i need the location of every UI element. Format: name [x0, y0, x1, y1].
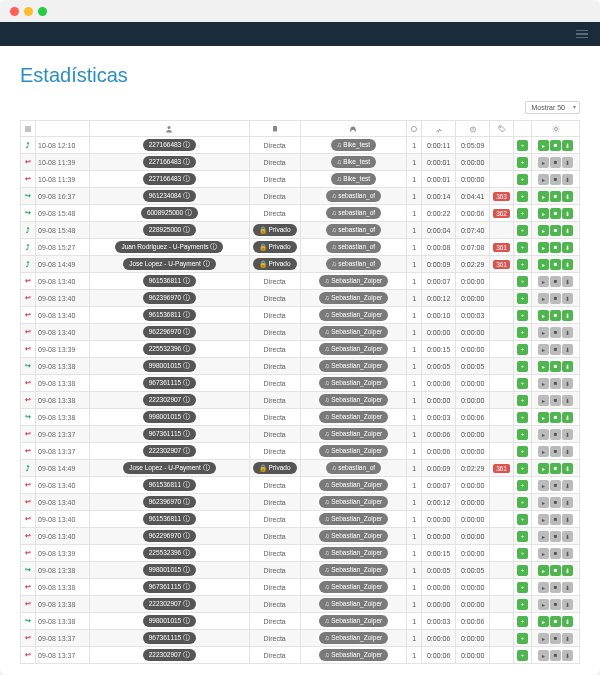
download-button[interactable]: ⬇	[562, 480, 573, 491]
play-button[interactable]: ▸	[538, 242, 549, 253]
caller-pill[interactable]: 227166483 ⓘ	[143, 139, 196, 151]
col-count[interactable]	[407, 121, 422, 137]
play-button[interactable]: ▸	[538, 174, 549, 185]
col-caller[interactable]	[90, 121, 250, 137]
caller-pill[interactable]: Jose Lopez - U-Payment ⓘ	[123, 462, 215, 474]
caller-pill[interactable]: 962396970 ⓘ	[143, 292, 196, 304]
download-button[interactable]: ⬇	[562, 565, 573, 576]
col-add[interactable]	[514, 121, 532, 137]
stop-button[interactable]: ■	[550, 327, 561, 338]
close-dot[interactable]	[10, 7, 19, 16]
play-button[interactable]: ▸	[538, 480, 549, 491]
stop-button[interactable]: ■	[550, 548, 561, 559]
download-button[interactable]: ⬇	[562, 582, 573, 593]
stop-button[interactable]: ■	[550, 310, 561, 321]
caller-pill[interactable]: 222302907 ⓘ	[143, 649, 196, 661]
play-button[interactable]: ▸	[538, 259, 549, 270]
caller-pill[interactable]: 967361115 ⓘ	[143, 632, 196, 644]
add-button[interactable]: +	[517, 174, 528, 185]
stop-button[interactable]: ■	[550, 378, 561, 389]
caller-pill[interactable]: 228925000 ⓘ	[143, 224, 196, 236]
caller-pill[interactable]: 961536811 ⓘ	[143, 513, 196, 525]
add-button[interactable]: +	[517, 429, 528, 440]
caller-pill[interactable]: 998001015 ⓘ	[143, 564, 196, 576]
caller-pill[interactable]: Jose Lopez - U-Payment ⓘ	[123, 258, 215, 270]
download-button[interactable]: ⬇	[562, 293, 573, 304]
minimize-dot[interactable]	[24, 7, 33, 16]
stop-button[interactable]: ■	[550, 463, 561, 474]
caller-pill[interactable]: 227166483 ⓘ	[143, 156, 196, 168]
add-button[interactable]: +	[517, 412, 528, 423]
caller-pill[interactable]: 222302907 ⓘ	[143, 445, 196, 457]
caller-pill[interactable]: 961234084 ⓘ	[143, 190, 196, 202]
caller-pill[interactable]: 998001015 ⓘ	[143, 615, 196, 627]
stop-button[interactable]: ■	[550, 582, 561, 593]
stop-button[interactable]: ■	[550, 514, 561, 525]
play-button[interactable]: ▸	[538, 344, 549, 355]
add-button[interactable]: +	[517, 344, 528, 355]
caller-pill[interactable]: Juan Rodriguez - U-Payments ⓘ	[115, 241, 223, 253]
play-button[interactable]: ▸	[538, 412, 549, 423]
stop-button[interactable]: ■	[550, 344, 561, 355]
play-button[interactable]: ▸	[538, 548, 549, 559]
stop-button[interactable]: ■	[550, 208, 561, 219]
caller-pill[interactable]: 967361115 ⓘ	[143, 581, 196, 593]
download-button[interactable]: ⬇	[562, 140, 573, 151]
caller-pill[interactable]: 961536811 ⓘ	[143, 275, 196, 287]
col-timestamp[interactable]	[36, 121, 90, 137]
play-button[interactable]: ▸	[538, 599, 549, 610]
stop-button[interactable]: ■	[550, 191, 561, 202]
caller-pill[interactable]: 222302907 ⓘ	[143, 598, 196, 610]
download-button[interactable]: ⬇	[562, 412, 573, 423]
add-button[interactable]: +	[517, 191, 528, 202]
add-button[interactable]: +	[517, 548, 528, 559]
play-button[interactable]: ▸	[538, 276, 549, 287]
caller-pill[interactable]: 967361115 ⓘ	[143, 377, 196, 389]
download-button[interactable]: ⬇	[562, 514, 573, 525]
play-button[interactable]: ▸	[538, 650, 549, 661]
stop-button[interactable]: ■	[550, 412, 561, 423]
download-button[interactable]: ⬇	[562, 259, 573, 270]
download-button[interactable]: ⬇	[562, 208, 573, 219]
download-button[interactable]: ⬇	[562, 446, 573, 457]
play-button[interactable]: ▸	[538, 191, 549, 202]
add-button[interactable]: +	[517, 225, 528, 236]
caller-pill[interactable]: 962396970 ⓘ	[143, 496, 196, 508]
menu-icon[interactable]	[576, 30, 588, 39]
stop-button[interactable]: ■	[550, 497, 561, 508]
download-button[interactable]: ⬇	[562, 395, 573, 406]
download-button[interactable]: ⬇	[562, 174, 573, 185]
add-button[interactable]: +	[517, 599, 528, 610]
download-button[interactable]: ⬇	[562, 225, 573, 236]
play-button[interactable]: ▸	[538, 633, 549, 644]
play-button[interactable]: ▸	[538, 531, 549, 542]
play-button[interactable]: ▸	[538, 225, 549, 236]
add-button[interactable]: +	[517, 242, 528, 253]
caller-pill[interactable]: 225532396 ⓘ	[143, 343, 196, 355]
stop-button[interactable]: ■	[550, 242, 561, 253]
stop-button[interactable]: ■	[550, 395, 561, 406]
add-button[interactable]: +	[517, 395, 528, 406]
download-button[interactable]: ⬇	[562, 191, 573, 202]
caller-pill[interactable]: 967361115 ⓘ	[143, 428, 196, 440]
play-button[interactable]: ▸	[538, 616, 549, 627]
download-button[interactable]: ⬇	[562, 599, 573, 610]
stop-button[interactable]: ■	[550, 293, 561, 304]
add-button[interactable]: +	[517, 446, 528, 457]
play-button[interactable]: ▸	[538, 395, 549, 406]
stop-button[interactable]: ■	[550, 429, 561, 440]
caller-pill[interactable]: 998001015 ⓘ	[143, 411, 196, 423]
add-button[interactable]: +	[517, 259, 528, 270]
add-button[interactable]: +	[517, 497, 528, 508]
play-button[interactable]: ▸	[538, 514, 549, 525]
caller-pill[interactable]: 227166483 ⓘ	[143, 173, 196, 185]
download-button[interactable]: ⬇	[562, 378, 573, 389]
caller-pill[interactable]: 962296970 ⓘ	[143, 326, 196, 338]
download-button[interactable]: ⬇	[562, 650, 573, 661]
col-actions[interactable]	[532, 121, 580, 137]
stop-button[interactable]: ■	[550, 157, 561, 168]
add-button[interactable]: +	[517, 140, 528, 151]
col-tag[interactable]	[490, 121, 514, 137]
download-button[interactable]: ⬇	[562, 463, 573, 474]
play-button[interactable]: ▸	[538, 157, 549, 168]
